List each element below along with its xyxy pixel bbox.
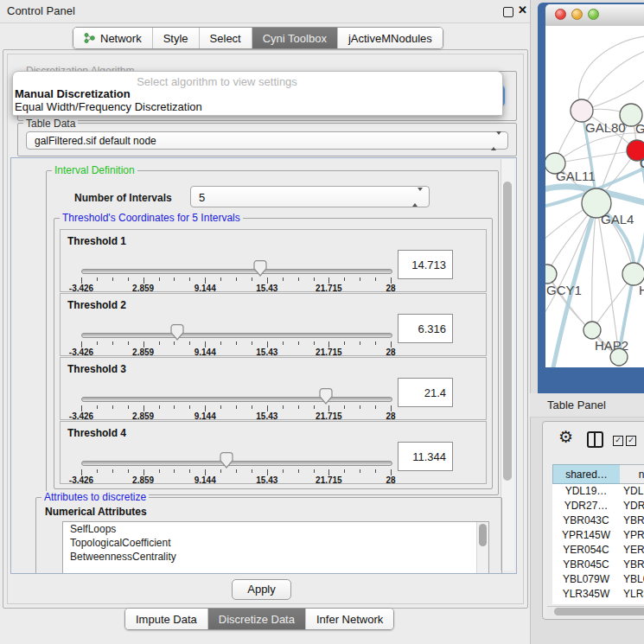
tab-label: Network bbox=[100, 32, 142, 45]
tab-select[interactable]: Select bbox=[200, 28, 252, 48]
table-horizontal-scrollbar[interactable] bbox=[547, 606, 644, 617]
slider-track[interactable] bbox=[81, 397, 392, 402]
threshold-value-field[interactable]: 14.713 bbox=[398, 250, 453, 279]
tick-mark bbox=[143, 405, 144, 411]
table-row[interactable]: YBR045CYBR0 bbox=[552, 558, 644, 572]
tick-mark bbox=[283, 341, 284, 345]
network-graph[interactable]: GAL80GACGAL11GAL4GCY1HHAP2 bbox=[545, 26, 644, 367]
popup-item-manual-discretization[interactable]: Manual Discretization bbox=[13, 88, 502, 101]
network-canvas[interactable]: GAL80GACGAL11GAL4GCY1HHAP2 bbox=[545, 26, 644, 367]
network-window-titlebar[interactable] bbox=[545, 4, 644, 27]
network-edge[interactable] bbox=[582, 50, 644, 111]
tick-label: 9.144 bbox=[194, 475, 216, 485]
tab-label: Impute Data bbox=[136, 613, 197, 626]
threshold-value-field[interactable]: 11.344 bbox=[398, 442, 453, 471]
tab-discretize-data[interactable]: Discretize Data bbox=[208, 609, 306, 629]
attributes-group: Attributes to discretize Numerical Attri… bbox=[35, 497, 502, 574]
column-header-0[interactable]: shared… bbox=[552, 464, 620, 484]
tick-mark bbox=[112, 341, 113, 345]
table-hscrollbar-thumb[interactable] bbox=[554, 608, 644, 615]
number-of-intervals-spinner[interactable]: 5 bbox=[190, 186, 430, 207]
minimize-window-icon[interactable] bbox=[571, 9, 583, 20]
tick-label: 2.859 bbox=[132, 475, 154, 485]
slider-thumb[interactable] bbox=[319, 388, 333, 405]
tab-infer-network[interactable]: Infer Network bbox=[306, 609, 393, 629]
node-table[interactable]: shared…n… YDL19…YDL1YDR27…YDR2YBR043CYBR… bbox=[552, 464, 644, 604]
tick-mark bbox=[112, 277, 113, 281]
checkbox-icon[interactable]: ✓ bbox=[613, 436, 623, 446]
table-cell: YPR145W bbox=[552, 528, 620, 543]
tick-mark bbox=[174, 341, 175, 345]
tab-impute-data[interactable]: Impute Data bbox=[125, 609, 208, 629]
numerical-attributes-list[interactable]: SelfLoopsTopologicalCoefficientBetweenne… bbox=[62, 521, 489, 574]
tick-mark bbox=[220, 341, 221, 345]
tick-mark bbox=[112, 469, 113, 473]
tab-network[interactable]: Network bbox=[73, 28, 153, 48]
threshold-value-field[interactable]: 6.316 bbox=[398, 314, 453, 343]
table-row[interactable]: YBR043CYBR0 bbox=[552, 513, 644, 528]
slider-track[interactable] bbox=[81, 269, 392, 274]
slider-thumb[interactable] bbox=[253, 260, 267, 277]
tick-label: 15.43 bbox=[256, 348, 277, 357]
threshold-value-field[interactable]: 21.4 bbox=[398, 378, 453, 407]
zoom-window-icon[interactable] bbox=[588, 9, 599, 20]
numerical-attributes-label: Numerical Attributes bbox=[45, 506, 147, 518]
slider-track[interactable] bbox=[81, 461, 392, 466]
tab-jactivemnodules[interactable]: jActiveMNodules bbox=[338, 28, 443, 48]
slider-track[interactable] bbox=[81, 333, 392, 338]
bottom-tab-bar: Impute DataDiscretize DataInfer Network bbox=[124, 608, 394, 630]
tick-label: -3.426 bbox=[69, 475, 93, 485]
network-node-hap2[interactable] bbox=[583, 322, 601, 339]
settings-vertical-scrollbar[interactable] bbox=[501, 159, 514, 571]
table-row[interactable]: YDL19…YDL1 bbox=[552, 484, 644, 499]
attribute-item[interactable]: SelfLoops bbox=[63, 522, 488, 536]
scrollbar-thumb[interactable] bbox=[503, 182, 512, 481]
column-header-1[interactable]: n… bbox=[620, 464, 644, 484]
table-cell: YBR045C bbox=[552, 558, 620, 572]
tab-cyni-toolbox[interactable]: Cyni Toolbox bbox=[252, 28, 338, 48]
apply-button[interactable]: Apply bbox=[232, 579, 291, 600]
tick-mark bbox=[205, 469, 206, 475]
slider-thumb[interactable] bbox=[220, 452, 233, 469]
table-row[interactable]: YDR27…YDR2 bbox=[552, 499, 644, 513]
network-node-label: GAL4 bbox=[601, 212, 634, 226]
table-row[interactable]: YLR345WYLR3 bbox=[552, 587, 644, 602]
network-edge[interactable] bbox=[545, 203, 596, 320]
tick-mark bbox=[283, 469, 284, 473]
tick-mark bbox=[267, 469, 268, 475]
attribute-item[interactable]: BetweennessCentrality bbox=[63, 550, 488, 564]
checkbox-icon[interactable]: ✓ bbox=[626, 436, 636, 446]
tick-mark bbox=[344, 405, 345, 409]
tick-mark bbox=[391, 341, 392, 348]
attributes-list-scrollbar[interactable] bbox=[476, 522, 488, 574]
gear-icon[interactable]: ⚙ bbox=[558, 427, 573, 446]
close-panel-icon[interactable]: ✕ bbox=[518, 3, 527, 16]
threshold-panel: Threshold 1-3.4262.8599.14415.4321.71528… bbox=[60, 229, 487, 292]
float-panel-icon[interactable] bbox=[503, 7, 513, 17]
table-row[interactable]: YIL052CYIL0 bbox=[552, 602, 644, 604]
spinner-arrows-icon bbox=[412, 191, 423, 203]
close-window-icon[interactable] bbox=[555, 9, 566, 20]
table-row[interactable]: YPR145WYPR1 bbox=[552, 528, 644, 543]
slider-thumb[interactable] bbox=[170, 324, 184, 341]
popup-item-equal-width-frequency-discretization[interactable]: Equal Width/Frequency Discretization bbox=[13, 101, 502, 114]
tick-label: 15.43 bbox=[256, 284, 277, 293]
table-cell: YBL0 bbox=[620, 572, 644, 587]
network-node-unnamed[interactable] bbox=[610, 348, 628, 366]
tick-mark bbox=[328, 469, 329, 475]
tab-style[interactable]: Style bbox=[153, 28, 200, 48]
network-node-label: GAL80 bbox=[585, 120, 626, 135]
network-node-gal80[interactable] bbox=[571, 99, 593, 122]
attribute-item[interactable]: TopologicalCoefficient bbox=[63, 536, 488, 550]
table-cell: YER054C bbox=[552, 543, 620, 558]
network-node-label: GCY1 bbox=[546, 283, 582, 297]
attributes-scrollbar-thumb[interactable] bbox=[479, 524, 487, 546]
network-node-gcy1[interactable] bbox=[545, 265, 557, 284]
table-row[interactable]: YER054CYER0 bbox=[552, 543, 644, 558]
split-columns-icon[interactable] bbox=[587, 431, 603, 448]
network-edge[interactable] bbox=[555, 150, 637, 163]
table-data-combobox[interactable]: galFiltered.sif default node bbox=[26, 131, 508, 150]
table-row[interactable]: YBL079WYBL0 bbox=[552, 572, 644, 587]
table-cell: YIL0 bbox=[620, 602, 644, 604]
tick-mark bbox=[236, 277, 237, 281]
